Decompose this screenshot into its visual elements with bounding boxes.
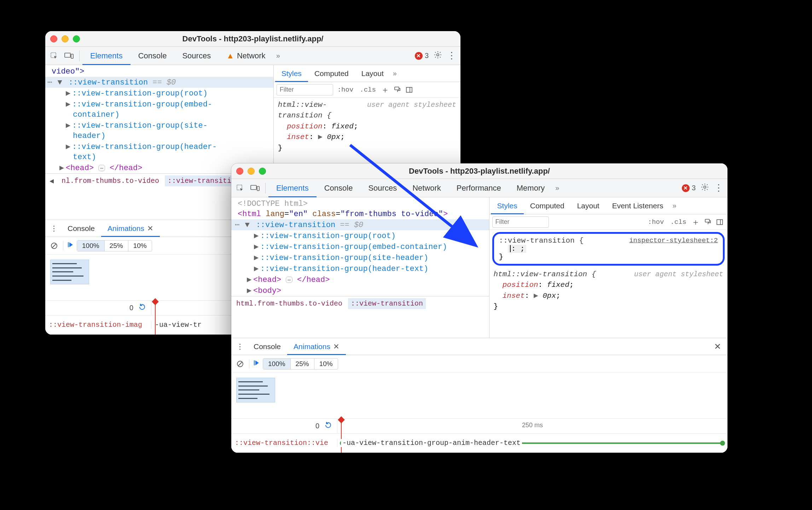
stylesheet-source-link[interactable]: inspector-stylesheet:2 (629, 237, 718, 244)
styles-filter-input[interactable] (492, 216, 549, 228)
css-rule[interactable]: user agent stylesheet html::view-transit… (274, 98, 460, 156)
expand-icon[interactable]: ▶ (534, 292, 538, 300)
device-toggle-icon[interactable] (62, 48, 76, 63)
crumb-html[interactable]: html.from-thumbs.to-video (233, 298, 345, 309)
crumb-view-transition[interactable]: ::view-transition (348, 298, 426, 309)
tab-console[interactable]: Console (130, 47, 175, 65)
overflow-tabs-icon[interactable]: » (552, 184, 562, 192)
tab-elements[interactable]: Elements (268, 179, 317, 197)
kebab-menu-icon[interactable]: ⋮ (233, 342, 247, 351)
replay-icon[interactable] (324, 421, 332, 431)
toggle-sidebar-icon[interactable] (404, 85, 414, 95)
dom-tree[interactable]: video"> ⋯ ▼ ::view-transition == $0 ▶::v… (45, 65, 273, 173)
ellipsis-icon[interactable]: ⋯ (286, 277, 292, 283)
error-counter[interactable]: ✕3 (682, 184, 696, 192)
expand-icon[interactable]: ▶ (66, 142, 72, 151)
highlighted-css-rule[interactable]: inspector-stylesheet:2 ::view-transition… (492, 232, 725, 266)
stab-computed[interactable]: Computed (524, 197, 571, 214)
expand-icon[interactable]: ▶ (247, 286, 253, 295)
stab-styles[interactable]: Styles (275, 65, 308, 82)
expand-icon[interactable]: ▶ (254, 253, 260, 262)
selected-node[interactable]: ::view-transition (256, 221, 335, 230)
settings-icon[interactable] (701, 183, 709, 193)
hov-toggle[interactable]: :hov (335, 85, 356, 94)
tab-network[interactable]: Network (405, 179, 449, 197)
css-rule[interactable]: user agent stylesheet html::view-transit… (489, 269, 727, 314)
close-drawer-icon[interactable]: ✕ (709, 342, 726, 352)
speed-25[interactable]: 25% (291, 359, 314, 369)
expand-icon[interactable]: ▶ (66, 88, 72, 98)
minimize-icon[interactable] (62, 35, 69, 42)
expand-icon[interactable]: ▶ (247, 275, 253, 284)
speed-100[interactable]: 100% (263, 359, 291, 369)
styles-filter-input[interactable] (277, 84, 333, 95)
zoom-icon[interactable] (73, 35, 80, 42)
tab-sources[interactable]: Sources (174, 47, 219, 65)
selected-node[interactable]: ::view-transition (69, 78, 148, 87)
expand-icon[interactable]: ▶ (59, 163, 66, 173)
new-style-rule-icon[interactable]: ＋ (380, 85, 390, 95)
settings-icon[interactable] (434, 51, 442, 61)
tab-performance[interactable]: Performance (449, 179, 509, 197)
speed-10[interactable]: 10% (128, 240, 152, 251)
tab-network[interactable]: ▲Network (219, 47, 273, 65)
cls-toggle[interactable]: .cls (358, 85, 378, 94)
kebab-menu-icon[interactable]: ⋮ (447, 54, 456, 57)
inspect-element-icon[interactable] (47, 48, 62, 63)
timeline-ruler[interactable]: 0 250 ms (231, 419, 727, 434)
close-icon[interactable] (236, 168, 243, 175)
expand-icon[interactable]: ▶ (254, 242, 260, 251)
close-icon[interactable]: ✕ (147, 224, 153, 233)
collapse-icon[interactable]: ▼ (245, 221, 251, 230)
minimize-icon[interactable] (248, 168, 255, 175)
expand-icon[interactable]: ▶ (254, 231, 260, 240)
hov-toggle[interactable]: :hov (646, 218, 666, 227)
play-icon[interactable] (253, 360, 259, 368)
drawer-tab-console[interactable]: Console (247, 338, 287, 355)
expand-icon[interactable]: ▶ (66, 99, 72, 109)
replay-icon[interactable] (138, 303, 146, 313)
ellipsis-icon[interactable]: ⋯ (98, 165, 105, 171)
play-icon[interactable] (67, 242, 73, 250)
animation-thumb[interactable] (236, 378, 275, 402)
stab-computed[interactable]: Computed (308, 65, 355, 82)
animation-row[interactable]: ::view-transition::vie -ua-view-transiti… (231, 434, 727, 453)
css-edit-field[interactable]: : ; (508, 245, 526, 253)
kebab-menu-icon[interactable]: ⋮ (47, 224, 61, 233)
expand-icon[interactable]: ▶ (66, 121, 72, 130)
inspect-element-icon[interactable] (233, 181, 248, 196)
tab-sources[interactable]: Sources (360, 179, 405, 197)
expand-icon[interactable]: ▶ (318, 133, 323, 141)
close-icon[interactable]: ✕ (333, 342, 340, 351)
stab-event-listeners[interactable]: Event Listeners (606, 197, 670, 214)
breadcrumb[interactable]: html.from-thumbs.to-video ::view-transit… (231, 296, 489, 311)
crumb-html[interactable]: nl.from-thumbs.to-video (59, 175, 162, 186)
stab-layout[interactable]: Layout (571, 197, 606, 214)
drawer-tab-console[interactable]: Console (61, 220, 101, 237)
tab-elements[interactable]: Elements (82, 47, 130, 65)
expand-icon[interactable]: ▶ (254, 264, 260, 273)
overflow-tabs-icon[interactable]: » (390, 69, 400, 77)
drawer-tab-animations[interactable]: Animations✕ (287, 338, 346, 355)
clear-icon[interactable] (49, 242, 59, 250)
drawer-tab-animations[interactable]: Animations✕ (101, 220, 160, 237)
collapse-icon[interactable]: ▼ (57, 78, 64, 87)
animation-thumb[interactable] (50, 260, 89, 284)
kebab-menu-icon[interactable]: ⋮ (714, 187, 723, 190)
overflow-tabs-icon[interactable]: » (669, 202, 679, 210)
error-counter[interactable]: ✕3 (415, 52, 429, 60)
speed-100[interactable]: 100% (77, 240, 105, 251)
paint-icon[interactable] (392, 85, 402, 95)
dom-tree[interactable]: <!DOCTYPE html> <html lang="en" class="f… (231, 197, 489, 296)
toggle-sidebar-icon[interactable] (715, 217, 725, 227)
tab-console[interactable]: Console (317, 179, 361, 197)
stab-styles[interactable]: Styles (491, 197, 524, 214)
new-style-rule-icon[interactable]: ＋ (691, 217, 701, 227)
speed-25[interactable]: 25% (105, 240, 128, 251)
cls-toggle[interactable]: .cls (668, 218, 689, 227)
stab-layout[interactable]: Layout (355, 65, 390, 82)
speed-10[interactable]: 10% (314, 359, 338, 369)
paint-icon[interactable] (703, 217, 713, 227)
clear-icon[interactable] (235, 360, 245, 368)
close-icon[interactable] (50, 35, 57, 42)
